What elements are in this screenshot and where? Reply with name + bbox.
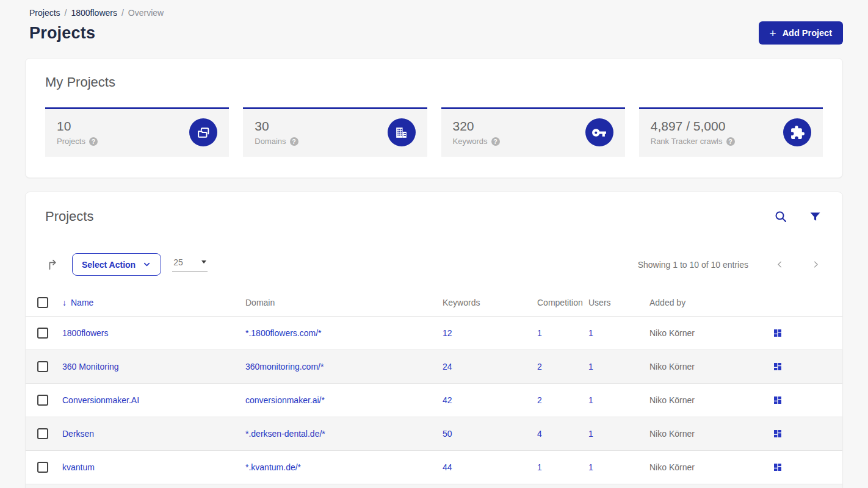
users-count-link[interactable]: 1 xyxy=(588,429,593,439)
projects-panel-title: Projects xyxy=(45,209,93,224)
page-size-select[interactable]: 25 xyxy=(172,257,208,272)
added-by-cell: Niko Körner xyxy=(649,362,772,371)
filter-button[interactable] xyxy=(808,209,823,224)
row-checkbox[interactable] xyxy=(37,462,48,473)
search-button[interactable] xyxy=(772,208,789,225)
competition-count-link[interactable]: 1 xyxy=(537,462,542,472)
project-dashboard-button[interactable] xyxy=(772,428,784,440)
export-button[interactable] xyxy=(45,257,61,273)
project-domain-link[interactable]: *.1800flowers.com/* xyxy=(245,328,322,338)
keywords-count-link[interactable]: 12 xyxy=(443,328,452,338)
page-title: Projects xyxy=(29,24,95,43)
breadcrumb: Projects / 1800flowers / Overview xyxy=(29,0,843,18)
export-arrow-icon xyxy=(46,258,60,271)
pagination-next-button[interactable] xyxy=(809,257,823,271)
dashboard-icon xyxy=(773,462,783,472)
select-action-dropdown[interactable]: Select Action xyxy=(72,253,161,276)
row-checkbox[interactable] xyxy=(37,395,48,406)
column-header-domain[interactable]: Domain xyxy=(245,298,443,307)
project-dashboard-button[interactable] xyxy=(772,394,784,406)
page-header: Projects + Add Project xyxy=(25,21,843,45)
project-name-link[interactable]: kvantum xyxy=(62,462,95,472)
table-row: Conversionmaker.AI conversionmaker.ai/* … xyxy=(26,383,842,417)
keywords-count-link[interactable]: 42 xyxy=(443,395,452,405)
table-header-row: ↓ Name Domain Keywords Competition Users… xyxy=(26,289,842,316)
column-header-added-by[interactable]: Added by xyxy=(649,298,772,307)
row-checkbox[interactable] xyxy=(37,428,48,439)
projects-icon xyxy=(189,118,217,146)
select-action-label: Select Action xyxy=(82,260,136,270)
page-size-value: 25 xyxy=(173,257,183,267)
added-by-cell: Niko Körner xyxy=(649,429,772,439)
competition-count-link[interactable]: 4 xyxy=(537,429,542,439)
my-projects-title: My Projects xyxy=(45,74,823,90)
project-dashboard-button[interactable] xyxy=(772,361,784,373)
dashboard-icon xyxy=(773,429,783,439)
project-name-link[interactable]: Derksen xyxy=(62,429,94,439)
row-checkbox[interactable] xyxy=(37,361,48,372)
help-icon[interactable]: ? xyxy=(491,137,500,146)
plus-icon: + xyxy=(770,27,776,39)
project-domain-link[interactable]: 360monitoring.com/* xyxy=(245,362,324,371)
crawls-count: 4,897 / 5,000 xyxy=(651,119,735,134)
keywords-count-link[interactable]: 24 xyxy=(443,362,452,371)
projects-table-card: Projects Select Action xyxy=(25,192,843,488)
stat-tile-crawls: 4,897 / 5,000 Rank Tracker crawls ? xyxy=(639,107,823,157)
row-checkbox[interactable] xyxy=(37,328,48,339)
showing-entries-text: Showing 1 to 10 of 10 entries xyxy=(638,260,748,270)
table-row xyxy=(26,484,842,488)
column-header-keywords[interactable]: Keywords xyxy=(443,298,537,307)
help-icon[interactable]: ? xyxy=(290,137,298,146)
table-row: Derksen *.derksen-dental.de/* 50 4 1 Nik… xyxy=(26,417,842,450)
project-name-link[interactable]: 360 Monitoring xyxy=(62,362,119,371)
dashboard-icon xyxy=(773,395,783,405)
project-dashboard-button[interactable] xyxy=(772,327,784,339)
domains-label: Domains xyxy=(255,137,286,146)
project-domain-link[interactable]: *.derksen-dental.de/* xyxy=(245,429,325,439)
added-by-cell: Niko Körner xyxy=(649,328,772,338)
keywords-icon xyxy=(585,118,613,146)
users-count-link[interactable]: 1 xyxy=(588,362,593,371)
project-name-link[interactable]: 1800flowers xyxy=(62,328,109,338)
select-all-checkbox[interactable] xyxy=(37,297,48,308)
column-header-name[interactable]: ↓ Name xyxy=(62,298,245,307)
keywords-count-link[interactable]: 50 xyxy=(443,429,452,439)
select-arrow-icon xyxy=(201,260,206,264)
users-count-link[interactable]: 1 xyxy=(588,328,593,338)
table-controls: Select Action 25 Showing 1 to 10 of 10 e… xyxy=(26,253,842,276)
filter-icon xyxy=(809,210,822,223)
project-name-link[interactable]: Conversionmaker.AI xyxy=(62,395,139,405)
table-row: kvantum *.kvantum.de/* 44 1 1 Niko Körne… xyxy=(26,450,842,484)
add-project-button[interactable]: + Add Project xyxy=(759,21,843,45)
column-header-users[interactable]: Users xyxy=(588,298,649,307)
competition-count-link[interactable]: 2 xyxy=(537,362,542,371)
added-by-cell: Niko Körner xyxy=(649,462,772,472)
added-by-cell: Niko Körner xyxy=(649,395,772,405)
sort-desc-icon: ↓ xyxy=(62,298,67,307)
keywords-count: 320 xyxy=(453,119,500,134)
puzzle-icon xyxy=(783,118,811,146)
dashboard-icon xyxy=(773,328,783,338)
project-domain-link[interactable]: *.kvantum.de/* xyxy=(245,462,301,472)
my-projects-card: My Projects 10 Projects ? 30 Dom xyxy=(25,58,843,178)
help-icon[interactable]: ? xyxy=(726,137,735,146)
dashboard-icon xyxy=(773,362,783,371)
stat-tile-domains: 30 Domains ? xyxy=(243,107,427,157)
crawls-label: Rank Tracker crawls xyxy=(651,137,723,146)
competition-count-link[interactable]: 2 xyxy=(537,395,542,405)
users-count-link[interactable]: 1 xyxy=(588,395,593,405)
breadcrumb-projects[interactable]: Projects xyxy=(29,8,60,18)
project-dashboard-button[interactable] xyxy=(772,461,784,473)
keywords-label: Keywords xyxy=(453,137,488,146)
help-icon[interactable]: ? xyxy=(89,137,98,146)
breadcrumb-project[interactable]: 1800flowers xyxy=(71,8,117,18)
column-header-competition[interactable]: Competition xyxy=(537,298,588,307)
pagination-prev-button[interactable] xyxy=(773,257,787,271)
keywords-count-link[interactable]: 44 xyxy=(443,462,452,472)
domains-count: 30 xyxy=(255,119,298,134)
project-domain-link[interactable]: conversionmaker.ai/* xyxy=(245,395,325,405)
users-count-link[interactable]: 1 xyxy=(588,462,593,472)
projects-label: Projects xyxy=(57,137,85,146)
chevron-left-icon xyxy=(775,260,784,269)
competition-count-link[interactable]: 1 xyxy=(537,328,542,338)
